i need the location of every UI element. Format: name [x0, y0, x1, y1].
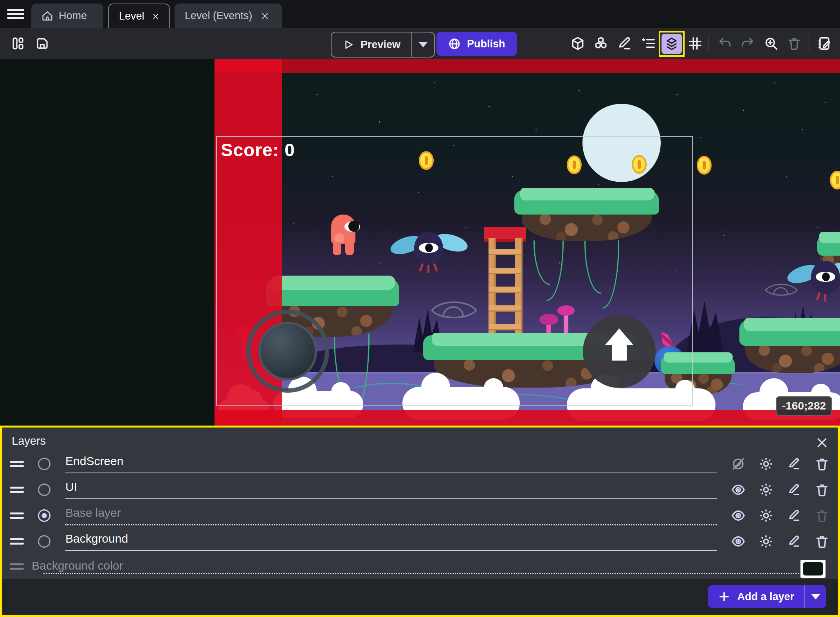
plus-icon — [718, 591, 730, 603]
layer-name-field[interactable]: Background — [65, 532, 717, 551]
layout-columns-icon[interactable] — [9, 34, 27, 53]
effects-icon[interactable] — [759, 456, 773, 471]
layer-name-field[interactable]: UI — [65, 480, 717, 499]
tab-level-label: Level — [119, 10, 144, 22]
effects-icon[interactable] — [759, 534, 773, 549]
layer-row: Background — [2, 529, 838, 554]
chevron-down-icon — [419, 42, 427, 47]
delete-trash-icon[interactable] — [815, 482, 829, 497]
fly-claw — [824, 294, 826, 302]
objects-cube-icon[interactable] — [568, 34, 587, 53]
score-text-object[interactable]: Score: 0 — [221, 139, 295, 161]
coin[interactable] — [697, 156, 712, 175]
delete-trash-icon[interactable] — [815, 456, 829, 471]
background-color-picker[interactable] — [800, 560, 826, 578]
publish-label: Publish — [467, 38, 505, 50]
layer-row: Base layer — [2, 503, 838, 529]
layers-panel-footer: Add a layer — [2, 579, 838, 615]
drag-handle-icon[interactable] — [10, 510, 24, 521]
layers-panel: Layers EndScreen — [0, 426, 840, 617]
tab-level[interactable]: Level — [108, 4, 170, 28]
fly-enemy[interactable] — [787, 259, 840, 306]
home-icon — [41, 10, 53, 22]
cursor-coordinates-tooltip: -160;282 — [776, 396, 832, 416]
layer-select-radio-selected[interactable] — [38, 509, 50, 522]
preview-dropdown-button[interactable] — [412, 42, 434, 47]
layers-icon — [662, 34, 682, 54]
undo-icon[interactable] — [716, 34, 735, 53]
globe-icon — [448, 38, 461, 50]
gdevelop-editor-window: Home Level Level (Events) — [0, 0, 840, 617]
tab-level-events-label: Level (Events) — [185, 10, 252, 22]
preview-button[interactable]: Preview — [331, 32, 435, 58]
edit-pencil-icon[interactable] — [787, 482, 802, 497]
edit-pencil-icon[interactable] — [615, 34, 634, 53]
layer-name-field[interactable]: EndScreen — [65, 455, 717, 473]
close-icon[interactable] — [260, 11, 270, 21]
close-icon[interactable] — [815, 436, 829, 449]
red-overlay-top[interactable] — [215, 59, 840, 73]
tab-home[interactable]: Home — [31, 4, 103, 28]
publish-button[interactable]: Publish — [436, 32, 517, 56]
visibility-icon[interactable] — [731, 508, 746, 523]
visibility-icon[interactable] — [731, 534, 746, 549]
game-scene[interactable]: Score: 0 -160;282 — [215, 59, 840, 426]
tab-level-events[interactable]: Level (Events) — [175, 4, 282, 28]
close-icon[interactable] — [152, 12, 159, 21]
jump-button[interactable] — [583, 315, 656, 388]
layers-panel-title: Layers — [12, 435, 46, 447]
visibility-off-icon[interactable] — [731, 456, 746, 471]
joystick-knob[interactable] — [258, 322, 317, 381]
layer-name-field[interactable]: Base layer — [65, 506, 717, 525]
red-overlay-bottom[interactable] — [215, 410, 840, 426]
save-icon[interactable] — [33, 34, 52, 53]
menu-icon[interactable] — [7, 7, 24, 21]
layer-select-radio[interactable] — [38, 535, 50, 548]
instances-cubes-icon[interactable] — [591, 34, 610, 53]
edit-pencil-icon[interactable] — [787, 508, 802, 523]
drag-handle-icon — [10, 561, 24, 572]
delete-trash-icon-disabled — [815, 508, 829, 523]
scene-editor-canvas[interactable]: Score: 0 -160;282 — [0, 59, 840, 426]
add-layer-button[interactable]: Add a layer — [708, 585, 826, 608]
effects-icon[interactable] — [759, 508, 773, 523]
tab-home-label: Home — [59, 10, 87, 22]
divider — [809, 34, 809, 52]
layer-row: UI — [2, 477, 838, 503]
edit-pencil-icon[interactable] — [787, 456, 802, 471]
layers-button-active[interactable] — [659, 31, 685, 57]
tab-bar: Home Level Level (Events) — [0, 0, 840, 28]
color-swatch[interactable] — [803, 562, 823, 576]
delete-trash-icon[interactable] — [815, 534, 829, 549]
effects-icon[interactable] — [759, 482, 773, 497]
fly-claw — [816, 292, 820, 301]
scene-notes-icon[interactable] — [815, 34, 834, 53]
preview-label: Preview — [361, 39, 400, 51]
play-icon — [342, 39, 354, 51]
edit-pencil-icon[interactable] — [787, 534, 802, 549]
objects-list-icon[interactable] — [639, 34, 658, 53]
drag-handle-icon[interactable] — [10, 458, 24, 469]
background-color-row: Background color — [2, 554, 838, 579]
fly-body — [811, 261, 840, 294]
fly-eye — [816, 272, 835, 282]
divider — [43, 573, 799, 574]
zoom-in-icon[interactable] — [762, 34, 781, 53]
canvas-empty-area[interactable] — [0, 59, 215, 426]
add-layer-label: Add a layer — [737, 591, 794, 603]
divider — [708, 34, 709, 52]
layer-row: EndScreen — [2, 451, 838, 477]
grid-icon[interactable] — [686, 34, 705, 53]
drag-handle-icon[interactable] — [10, 484, 24, 495]
drag-handle-icon[interactable] — [10, 536, 24, 547]
layer-select-radio[interactable] — [38, 458, 50, 470]
add-layer-dropdown-button[interactable] — [805, 594, 826, 599]
platform[interactable] — [739, 320, 840, 373]
redo-icon[interactable] — [738, 34, 757, 53]
chevron-down-icon — [811, 594, 820, 599]
layer-select-radio[interactable] — [38, 483, 50, 496]
visibility-icon[interactable] — [731, 482, 746, 497]
background-color-label: Background color — [32, 559, 123, 572]
up-arrow-icon — [605, 328, 633, 345]
delete-icon[interactable] — [785, 34, 804, 53]
